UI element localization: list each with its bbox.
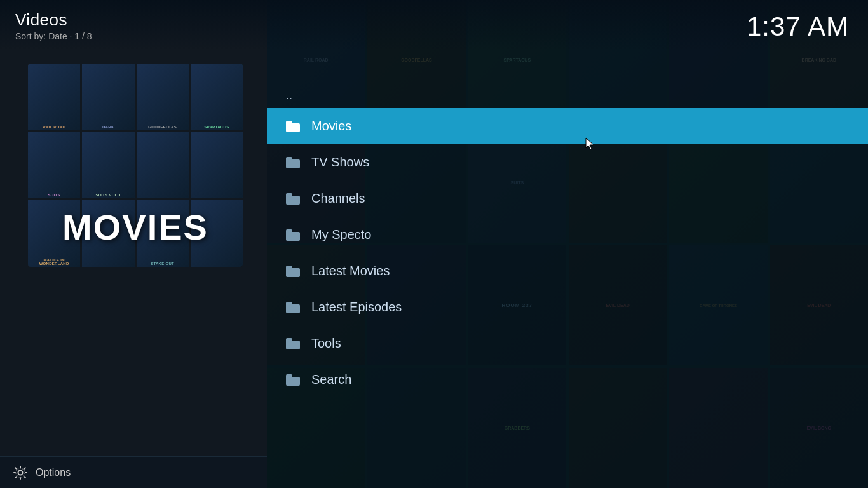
mouse-cursor [585, 137, 597, 152]
folder-icon [286, 157, 300, 168]
nav-label-latest-movies: Latest Movies [311, 264, 390, 278]
poster-area: RAIL ROAD DARK GOODFELLAS SPARTACUS SUIT… [28, 64, 243, 267]
poster-cell: SUITS [28, 132, 80, 199]
poster-cell: DARK [82, 64, 134, 130]
folder-icon [286, 302, 300, 313]
folder-icon [286, 338, 300, 349]
nav-label-tools: Tools [311, 336, 341, 351]
movies-text: MOVIES [28, 207, 243, 248]
nav-item-search[interactable]: Search [267, 362, 868, 398]
nav-label-latest-episodes: Latest Episodes [311, 300, 402, 315]
poster-cell [137, 132, 189, 199]
nav-dotdot-label: .. [286, 89, 292, 102]
nav-item-latest-episodes[interactable]: Latest Episodes [267, 289, 868, 325]
folder-icon [286, 229, 300, 241]
header: Videos Sort by: Date · 1 / 8 1:37 AM [0, 0, 868, 51]
svg-point-1 [16, 468, 25, 477]
nav-label-channels: Channels [311, 191, 365, 206]
nav-item-latest-movies[interactable]: Latest Movies [267, 253, 868, 289]
poster-cell: RAIL ROAD [28, 64, 80, 130]
options-label: Options [36, 467, 71, 478]
sort-info: Sort by: Date · 1 / 8 [15, 31, 92, 41]
nav-item-parent[interactable]: .. [267, 83, 868, 108]
nav-menu: .. Movies TV Shows Channels My Specto La… [267, 83, 868, 398]
gear-icon [13, 465, 28, 480]
folder-icon [286, 121, 300, 132]
poster-cell [191, 132, 243, 199]
nav-label-search: Search [311, 372, 351, 387]
nav-label-my-specto: My Specto [311, 227, 371, 242]
folder-icon [286, 266, 300, 277]
nav-label-movies: Movies [311, 119, 351, 133]
poster-cell: SPARTACUS [191, 64, 243, 130]
nav-item-channels[interactable]: Channels [267, 180, 868, 217]
poster-cell: SUITS Vol.1 [82, 132, 134, 199]
options-bar[interactable]: Options [0, 456, 267, 488]
nav-label-tv-shows: TV Shows [311, 155, 369, 170]
folder-icon [286, 193, 300, 205]
app-title: Videos [15, 10, 92, 30]
nav-item-tools[interactable]: Tools [267, 325, 868, 362]
poster-cell: GOODFELLAS [137, 64, 189, 130]
folder-icon [286, 374, 300, 386]
header-title-section: Videos Sort by: Date · 1 / 8 [15, 10, 92, 41]
svg-point-0 [18, 470, 23, 475]
nav-item-tv-shows[interactable]: TV Shows [267, 144, 868, 180]
nav-item-movies[interactable]: Movies [267, 108, 868, 144]
clock: 1:37 AM [747, 11, 849, 42]
nav-item-my-specto[interactable]: My Specto [267, 217, 868, 253]
